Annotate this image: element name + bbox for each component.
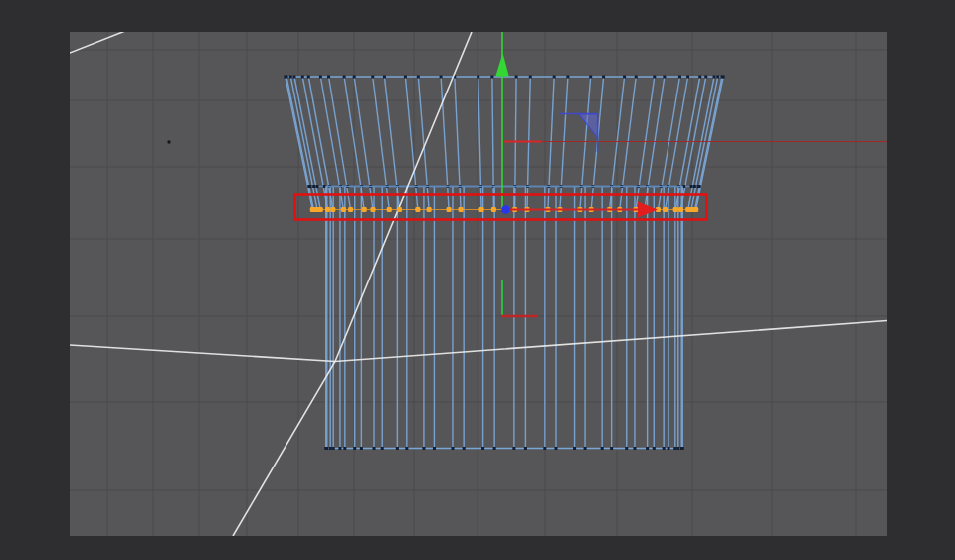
3d-viewport[interactable] — [70, 32, 887, 536]
y-axis-arrow-icon[interactable] — [495, 32, 508, 210]
screenshot-frame — [0, 0, 955, 560]
z-axis-center-dot[interactable] — [501, 205, 510, 214]
viewport-canvas[interactable] — [70, 32, 887, 536]
object-axis-indicator — [501, 280, 538, 316]
origin-dot — [167, 140, 170, 143]
cylinder-wireframe[interactable] — [324, 187, 683, 451]
move-gizmo[interactable] — [495, 32, 658, 218]
